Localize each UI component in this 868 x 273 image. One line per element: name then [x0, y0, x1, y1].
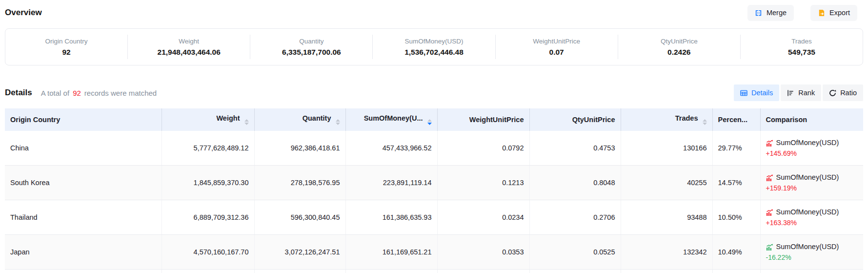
details-bar: Details A total of92records were matched… [5, 84, 863, 102]
cell-sum-of-money: 223,891,119.14 [345, 166, 437, 200]
cell-trades: 40255 [621, 166, 712, 200]
stat-value: 92 [5, 48, 127, 56]
stat-item: Quantity6,335,187,700.06 [250, 35, 372, 59]
cell-trades: 70819 [621, 270, 712, 273]
tab-details[interactable]: Details [734, 84, 779, 101]
col-header-weight-unit-price: WeightUnitPrice [437, 108, 529, 131]
cell-sum-of-money: 161,386,635.93 [345, 200, 437, 235]
trend-up-chart-icon [766, 174, 773, 181]
stat-value: 6,335,187,700.06 [250, 48, 372, 56]
tab-ratio[interactable]: Ratio [823, 84, 863, 101]
table-row: Japan4,570,160,167.703,072,126,247.51161… [5, 235, 863, 270]
sort-icon[interactable] [336, 119, 340, 126]
cell-percentage: 29.77% [712, 131, 760, 166]
top-bar-actions: Merge Export [747, 5, 863, 21]
ratio-circle-icon [829, 89, 836, 97]
cell-quantity: 278,198,576.95 [254, 166, 345, 200]
details-title: Details [5, 88, 32, 98]
cell-qty-unit-price: 0.8048 [529, 166, 621, 200]
stat-value: 21,948,403,464.06 [128, 48, 250, 56]
cell-percentage: 8.60% [712, 270, 760, 273]
cell-percentage: 14.57% [712, 166, 760, 200]
match-suffix: records were matched [84, 89, 157, 97]
cell-percentage: 10.50% [712, 200, 760, 235]
cell-comparison: SumOfMoney(USD)+163.38% [760, 200, 863, 235]
cell-weight: 1,845,859,370.30 [161, 166, 254, 200]
overview-stats-card: Origin Country92Weight21,948,403,464.06Q… [5, 28, 863, 65]
cell-origin-country: China [5, 131, 161, 166]
cell-weight: 4,570,160,167.70 [161, 235, 254, 270]
cell-quantity: 923,943,716.38 [254, 270, 345, 273]
stat-value: 1,536,702,446.48 [373, 48, 495, 56]
cell-sum-of-money: 161,169,651.21 [345, 235, 437, 270]
stat-label: SumOfMoney(USD) [373, 38, 495, 45]
cell-qty-unit-price: 0.0525 [529, 235, 621, 270]
tab-details-label: Details [751, 89, 773, 97]
page-title: Overview [5, 8, 42, 18]
trend-up-chart-icon [766, 209, 773, 216]
cell-weight-unit-price: 0.0353 [437, 235, 529, 270]
tab-ratio-label: Ratio [840, 89, 857, 97]
col-header-trades[interactable]: Trades [621, 108, 712, 131]
records-matched-text: A total of92records were matched [41, 89, 157, 97]
merge-button[interactable]: Merge [747, 5, 794, 21]
cell-trades: 132342 [621, 235, 712, 270]
cell-qty-unit-price: 0.4753 [529, 131, 621, 166]
rank-bars-icon [787, 89, 794, 97]
stat-item: SumOfMoney(USD)1,536,702,446.48 [372, 35, 495, 59]
cell-origin-country: South Korea [5, 166, 161, 200]
cell-comparison: SumOfMoney(USD)+159.19% [760, 166, 863, 200]
cell-weight-unit-price: 0.1213 [437, 166, 529, 200]
tab-rank[interactable]: Rank [781, 84, 821, 101]
col-header-origin-country: Origin Country [5, 108, 161, 131]
top-bar: Overview Merge Export [5, 4, 863, 21]
col-header-sum-of-money[interactable]: SumOfMoney(U... [345, 108, 437, 131]
col-header-comparison: Comparison [760, 108, 863, 131]
comparison-change-value: +145.69% [766, 150, 858, 157]
match-prefix: A total of [41, 89, 69, 97]
export-icon [818, 9, 825, 17]
stat-item: QtyUnitPrice0.2426 [618, 35, 740, 59]
cell-comparison: SumOfMoney(USD)+2.06% [760, 270, 863, 273]
comparison-metric-label: SumOfMoney(USD) [776, 209, 839, 216]
sort-icon[interactable] [244, 119, 249, 126]
cell-weight: 642,713,920.04 [161, 270, 254, 273]
export-button-label: Export [829, 9, 850, 17]
merge-button-label: Merge [767, 9, 787, 17]
merge-icon [755, 9, 762, 17]
view-tabs: Details Rank Ratio [734, 84, 863, 101]
comparison-metric-label: SumOfMoney(USD) [776, 139, 839, 147]
stat-label: Quantity [250, 38, 372, 45]
export-button[interactable]: Export [810, 5, 857, 21]
cell-trades: 130166 [621, 131, 712, 166]
trend-up-chart-icon [766, 140, 773, 147]
stat-value: 549,735 [741, 48, 863, 56]
sort-icon[interactable] [703, 119, 707, 126]
cell-comparison: SumOfMoney(USD)-16.22% [760, 235, 863, 270]
stat-value: 0.07 [496, 48, 618, 56]
cell-trades: 93488 [621, 200, 712, 235]
cell-weight-unit-price: 0.0792 [437, 131, 529, 166]
sort-icon[interactable] [427, 119, 432, 126]
cell-quantity: 3,072,126,247.51 [254, 235, 345, 270]
cell-quantity: 596,300,840.45 [254, 200, 345, 235]
stat-label: WeightUnitPrice [496, 38, 618, 45]
cell-origin-country: Thailand [5, 200, 161, 235]
cell-qty-unit-price: 0.2706 [529, 200, 621, 235]
col-header-quantity[interactable]: Quantity [254, 108, 345, 131]
stat-label: Weight [128, 38, 250, 45]
table-row: Thailand6,889,709,312.36596,300,840.4516… [5, 200, 863, 235]
stat-label: Trades [741, 38, 863, 45]
stat-value: 0.2426 [618, 48, 740, 56]
stat-label: Origin Country [5, 38, 127, 45]
table-row: Vietnam642,713,920.04923,943,716.38132,1… [5, 270, 863, 273]
comparison-metric-label: SumOfMoney(USD) [776, 174, 839, 181]
table-header-row: Origin Country Weight Quantity SumOfMone… [5, 108, 863, 131]
col-header-weight[interactable]: Weight [161, 108, 254, 131]
stat-item: Weight21,948,403,464.06 [127, 35, 250, 59]
table-grid-icon [740, 89, 747, 97]
comparison-change-value: -16.22% [766, 254, 858, 261]
table-body: China5,777,628,489.12962,386,418.61457,4… [5, 131, 863, 273]
trend-down-chart-icon [766, 244, 773, 251]
cell-sum-of-money: 132,178,099.01 [345, 270, 437, 273]
